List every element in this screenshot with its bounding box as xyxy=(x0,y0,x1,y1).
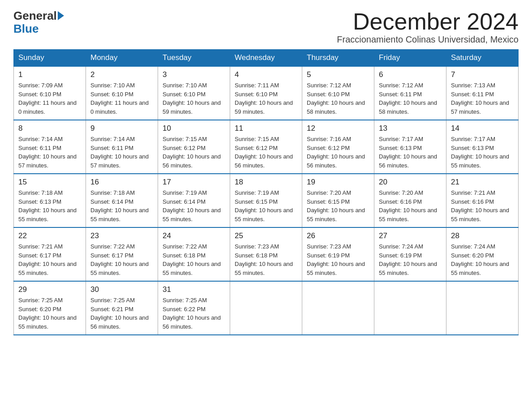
day-number: 25 xyxy=(235,231,297,240)
day-info: Sunrise: 7:19 AMSunset: 6:15 PMDaylight:… xyxy=(235,188,297,223)
page-header: General Blue December 2024 Fraccionamien… xyxy=(13,9,519,45)
day-number: 4 xyxy=(235,70,297,79)
day-info: Sunrise: 7:20 AMSunset: 6:15 PMDaylight:… xyxy=(307,188,369,223)
header-monday: Monday xyxy=(86,50,158,67)
day-number: 9 xyxy=(90,124,153,133)
calendar-cell: 8Sunrise: 7:14 AMSunset: 6:11 PMDaylight… xyxy=(14,120,86,174)
day-number: 29 xyxy=(18,285,81,294)
day-info: Sunrise: 7:23 AMSunset: 6:19 PMDaylight:… xyxy=(307,242,369,277)
calendar-cell: 23Sunrise: 7:22 AMSunset: 6:17 PMDayligh… xyxy=(86,227,158,281)
calendar-cell: 2Sunrise: 7:10 AMSunset: 6:10 PMDaylight… xyxy=(86,66,158,120)
day-number: 13 xyxy=(379,124,442,133)
day-info: Sunrise: 7:17 AMSunset: 6:13 PMDaylight:… xyxy=(379,135,442,170)
calendar-cell: 25Sunrise: 7:23 AMSunset: 6:18 PMDayligh… xyxy=(230,227,302,281)
day-number: 28 xyxy=(451,231,514,240)
calendar-cell xyxy=(446,281,519,335)
day-info: Sunrise: 7:25 AMSunset: 6:21 PMDaylight:… xyxy=(90,296,153,331)
day-number: 6 xyxy=(379,70,442,79)
calendar-cell: 12Sunrise: 7:16 AMSunset: 6:12 PMDayligh… xyxy=(302,120,374,174)
days-header-row: Sunday Monday Tuesday Wednesday Thursday… xyxy=(14,50,519,67)
day-info: Sunrise: 7:11 AMSunset: 6:10 PMDaylight:… xyxy=(235,81,297,116)
calendar-cell: 26Sunrise: 7:23 AMSunset: 6:19 PMDayligh… xyxy=(302,227,374,281)
calendar-cell: 21Sunrise: 7:21 AMSunset: 6:16 PMDayligh… xyxy=(446,174,519,227)
calendar-cell: 6Sunrise: 7:12 AMSunset: 6:11 PMDaylight… xyxy=(374,66,446,120)
calendar-cell xyxy=(230,281,302,335)
day-info: Sunrise: 7:24 AMSunset: 6:19 PMDaylight:… xyxy=(379,242,442,277)
day-info: Sunrise: 7:15 AMSunset: 6:12 PMDaylight:… xyxy=(163,135,225,170)
header-friday: Friday xyxy=(374,50,446,67)
calendar-table: Sunday Monday Tuesday Wednesday Thursday… xyxy=(13,49,519,335)
calendar-cell: 29Sunrise: 7:25 AMSunset: 6:20 PMDayligh… xyxy=(14,281,86,335)
day-number: 7 xyxy=(451,70,514,79)
calendar-cell: 3Sunrise: 7:10 AMSunset: 6:10 PMDaylight… xyxy=(158,66,230,120)
day-number: 1 xyxy=(18,70,81,79)
calendar-cell: 5Sunrise: 7:12 AMSunset: 6:10 PMDaylight… xyxy=(302,66,374,120)
calendar-cell: 24Sunrise: 7:22 AMSunset: 6:18 PMDayligh… xyxy=(158,227,230,281)
calendar-cell: 11Sunrise: 7:15 AMSunset: 6:12 PMDayligh… xyxy=(230,120,302,174)
day-number: 20 xyxy=(379,178,442,187)
logo-blue-text: Blue xyxy=(13,23,64,34)
day-number: 18 xyxy=(235,178,297,187)
header-saturday: Saturday xyxy=(446,50,519,67)
day-number: 15 xyxy=(18,178,81,187)
day-info: Sunrise: 7:14 AMSunset: 6:11 PMDaylight:… xyxy=(18,135,81,170)
calendar-cell: 30Sunrise: 7:25 AMSunset: 6:21 PMDayligh… xyxy=(86,281,158,335)
day-number: 10 xyxy=(163,124,225,133)
calendar-cell: 16Sunrise: 7:18 AMSunset: 6:14 PMDayligh… xyxy=(86,174,158,227)
day-info: Sunrise: 7:25 AMSunset: 6:20 PMDaylight:… xyxy=(18,296,81,331)
calendar-cell: 17Sunrise: 7:19 AMSunset: 6:14 PMDayligh… xyxy=(158,174,230,227)
calendar-cell: 15Sunrise: 7:18 AMSunset: 6:13 PMDayligh… xyxy=(14,174,86,227)
day-number: 24 xyxy=(163,231,225,240)
day-number: 12 xyxy=(307,124,369,133)
day-info: Sunrise: 7:10 AMSunset: 6:10 PMDaylight:… xyxy=(90,81,153,116)
day-number: 5 xyxy=(307,70,369,79)
day-info: Sunrise: 7:24 AMSunset: 6:20 PMDaylight:… xyxy=(451,242,514,277)
calendar-cell: 22Sunrise: 7:21 AMSunset: 6:17 PMDayligh… xyxy=(14,227,86,281)
day-number: 27 xyxy=(379,231,442,240)
day-number: 22 xyxy=(18,231,81,240)
day-number: 23 xyxy=(90,231,153,240)
day-info: Sunrise: 7:19 AMSunset: 6:14 PMDaylight:… xyxy=(163,188,225,223)
header-thursday: Thursday xyxy=(302,50,374,67)
day-number: 31 xyxy=(163,285,225,294)
logo-arrow-icon xyxy=(58,11,64,20)
calendar-cell: 14Sunrise: 7:17 AMSunset: 6:13 PMDayligh… xyxy=(446,120,519,174)
calendar-cell xyxy=(374,281,446,335)
day-info: Sunrise: 7:09 AMSunset: 6:10 PMDaylight:… xyxy=(18,81,81,116)
day-number: 8 xyxy=(18,124,81,133)
header-wednesday: Wednesday xyxy=(230,50,302,67)
day-info: Sunrise: 7:10 AMSunset: 6:10 PMDaylight:… xyxy=(163,81,225,116)
day-info: Sunrise: 7:14 AMSunset: 6:11 PMDaylight:… xyxy=(90,135,153,170)
day-info: Sunrise: 7:12 AMSunset: 6:11 PMDaylight:… xyxy=(379,81,442,116)
calendar-cell: 20Sunrise: 7:20 AMSunset: 6:16 PMDayligh… xyxy=(374,174,446,227)
day-info: Sunrise: 7:22 AMSunset: 6:18 PMDaylight:… xyxy=(163,242,225,277)
calendar-week-row: 29Sunrise: 7:25 AMSunset: 6:20 PMDayligh… xyxy=(14,281,519,335)
day-info: Sunrise: 7:12 AMSunset: 6:10 PMDaylight:… xyxy=(307,81,369,116)
month-title: December 2024 xyxy=(337,9,519,34)
calendar-cell: 7Sunrise: 7:13 AMSunset: 6:11 PMDaylight… xyxy=(446,66,519,120)
day-info: Sunrise: 7:17 AMSunset: 6:13 PMDaylight:… xyxy=(451,135,514,170)
logo-general-text: General xyxy=(13,9,57,23)
day-info: Sunrise: 7:16 AMSunset: 6:12 PMDaylight:… xyxy=(307,135,369,170)
calendar-week-row: 1Sunrise: 7:09 AMSunset: 6:10 PMDaylight… xyxy=(14,66,519,120)
day-info: Sunrise: 7:22 AMSunset: 6:17 PMDaylight:… xyxy=(90,242,153,277)
day-number: 17 xyxy=(163,178,225,187)
header-sunday: Sunday xyxy=(14,50,86,67)
day-number: 3 xyxy=(163,70,225,79)
calendar-cell: 13Sunrise: 7:17 AMSunset: 6:13 PMDayligh… xyxy=(374,120,446,174)
calendar-week-row: 15Sunrise: 7:18 AMSunset: 6:13 PMDayligh… xyxy=(14,174,519,227)
day-number: 11 xyxy=(235,124,297,133)
calendar-week-row: 8Sunrise: 7:14 AMSunset: 6:11 PMDaylight… xyxy=(14,120,519,174)
day-info: Sunrise: 7:23 AMSunset: 6:18 PMDaylight:… xyxy=(235,242,297,277)
day-info: Sunrise: 7:18 AMSunset: 6:14 PMDaylight:… xyxy=(90,188,153,223)
header-tuesday: Tuesday xyxy=(158,50,230,67)
day-info: Sunrise: 7:20 AMSunset: 6:16 PMDaylight:… xyxy=(379,188,442,223)
title-block: December 2024 Fraccionamiento Colinas Un… xyxy=(337,9,519,45)
day-number: 19 xyxy=(307,178,369,187)
day-number: 16 xyxy=(90,178,153,187)
day-number: 30 xyxy=(90,285,153,294)
day-info: Sunrise: 7:25 AMSunset: 6:22 PMDaylight:… xyxy=(163,296,225,331)
calendar-week-row: 22Sunrise: 7:21 AMSunset: 6:17 PMDayligh… xyxy=(14,227,519,281)
day-info: Sunrise: 7:18 AMSunset: 6:13 PMDaylight:… xyxy=(18,188,81,223)
day-info: Sunrise: 7:13 AMSunset: 6:11 PMDaylight:… xyxy=(451,81,514,116)
